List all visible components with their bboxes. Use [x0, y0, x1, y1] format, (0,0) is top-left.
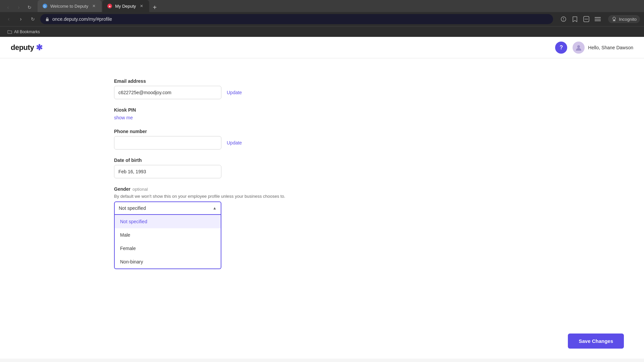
- tab-1-close[interactable]: ✕: [91, 3, 97, 9]
- chevron-up-icon: ▲: [213, 206, 217, 210]
- secure-icon: [45, 17, 50, 21]
- new-tab-button[interactable]: +: [150, 3, 159, 12]
- bookmark-folder-icon: [7, 29, 12, 34]
- user-avatar: [573, 42, 585, 54]
- email-label: Email address: [114, 78, 530, 84]
- tab-1-label: Welcome to Deputy: [50, 4, 88, 9]
- gender-group: Genderoptional By default we won't show …: [114, 186, 530, 215]
- gender-option-male[interactable]: Male: [115, 228, 221, 242]
- svg-point-13: [613, 17, 615, 20]
- forward-button[interactable]: ›: [14, 3, 23, 12]
- nav-forward[interactable]: ›: [16, 14, 25, 24]
- reload-button[interactable]: ↻: [25, 3, 34, 12]
- email-update-link[interactable]: Update: [227, 90, 242, 95]
- tab-welcome[interactable]: D Welcome to Deputy ✕: [38, 0, 102, 12]
- gender-label: Genderoptional: [114, 186, 530, 192]
- extension-icon[interactable]: [558, 14, 569, 24]
- tab-2-label: My Deputy: [115, 4, 136, 9]
- gender-description: By default we won't show this on your em…: [114, 194, 530, 199]
- back-button[interactable]: ‹: [3, 3, 13, 12]
- logo-asterisk: ✱: [36, 43, 43, 52]
- svg-point-7: [563, 20, 564, 20]
- incognito-label: Incognito: [619, 17, 637, 22]
- incognito-icon: [611, 16, 617, 22]
- user-menu[interactable]: Hello, Shane Dawson: [573, 42, 633, 54]
- svg-point-14: [577, 45, 580, 48]
- user-greeting: Hello, Shane Dawson: [588, 45, 633, 50]
- logo-text: deputy: [11, 43, 34, 52]
- tab-my-deputy[interactable]: ★ My Deputy ✕: [102, 0, 149, 12]
- dob-label: Date of birth: [114, 158, 530, 163]
- save-changes-button[interactable]: Save Changes: [568, 334, 624, 349]
- gender-dropdown: Not specified Male Female Non-binary: [114, 215, 221, 269]
- incognito-indicator: Incognito: [608, 15, 640, 23]
- bookmark-all-label: All Bookmarks: [14, 29, 40, 34]
- dob-input[interactable]: [114, 165, 221, 178]
- dob-group: Date of birth: [114, 158, 530, 178]
- address-bar[interactable]: once.deputy.com/my/#profile: [40, 14, 553, 24]
- url-text: once.deputy.com/my/#profile: [52, 16, 112, 22]
- gender-option-female[interactable]: Female: [115, 242, 221, 255]
- gender-option-non-binary[interactable]: Non-binary: [115, 255, 221, 268]
- svg-text:D: D: [44, 5, 46, 8]
- tab-1-favicon: D: [42, 3, 48, 9]
- gender-select-wrapper: Not specified ▲ Not specified Male Femal…: [114, 201, 221, 215]
- kiosk-label: Kiosk PIN: [114, 107, 530, 113]
- nav-back[interactable]: ‹: [4, 14, 13, 24]
- email-input[interactable]: [114, 86, 221, 99]
- phone-input[interactable]: [114, 136, 221, 149]
- save-changes-container: Save Changes: [568, 334, 624, 349]
- email-group: Email address Update: [114, 78, 530, 99]
- gender-select-trigger[interactable]: Not specified ▲: [114, 201, 221, 215]
- menu-icon[interactable]: [593, 14, 603, 24]
- bookmark-all[interactable]: All Bookmarks: [4, 28, 43, 36]
- gender-option-not-specified[interactable]: Not specified: [115, 215, 221, 228]
- kiosk-show-link[interactable]: show me: [114, 115, 133, 120]
- deputy-logo[interactable]: deputy✱: [11, 43, 43, 52]
- kiosk-group: Kiosk PIN show me: [114, 107, 530, 121]
- bookmark-icon[interactable]: [570, 14, 580, 24]
- help-button[interactable]: ?: [555, 42, 567, 54]
- profile-form: Email address Update Kiosk PIN show me P…: [101, 65, 543, 236]
- svg-rect-4: [46, 19, 49, 21]
- phone-update-link[interactable]: Update: [227, 140, 242, 145]
- app-nav: deputy✱ ? Hello, Shane Dawson: [0, 37, 644, 58]
- phone-label: Phone number: [114, 129, 530, 134]
- svg-text:★: ★: [108, 5, 111, 8]
- nav-reload[interactable]: ↻: [28, 14, 38, 24]
- tab-2-close[interactable]: ✕: [139, 3, 145, 9]
- phone-group: Phone number Update: [114, 129, 530, 149]
- tab-2-favicon: ★: [107, 3, 112, 9]
- gender-selected-value: Not specified: [119, 205, 146, 211]
- profile-icon[interactable]: [581, 14, 591, 24]
